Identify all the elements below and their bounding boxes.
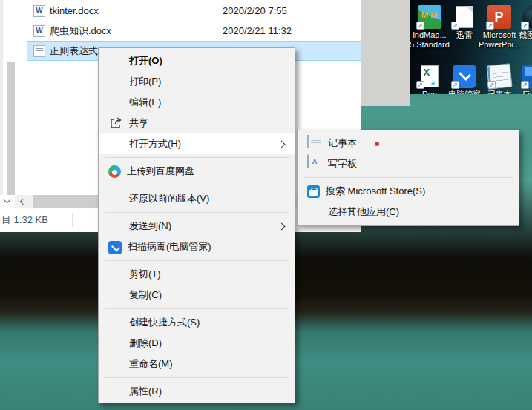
notepad-icon <box>486 63 512 89</box>
text-file-icon <box>33 45 45 57</box>
notepad-icon <box>307 135 309 148</box>
submenu-arrow-icon <box>278 140 286 148</box>
microsoft-store-icon <box>307 185 320 198</box>
menu-item-rename[interactable]: 重命名(M) <box>99 354 295 374</box>
menu-separator <box>105 157 289 158</box>
menu-separator <box>105 308 289 309</box>
red-dot-annotation <box>375 142 379 146</box>
menu-separator <box>304 177 513 178</box>
desktop-wallpaper: { "explorer": { "files": [ { "name": "tk… <box>0 0 532 410</box>
file-row[interactable]: 爬虫知识.docx 2020/2/21 11:32 <box>27 21 361 41</box>
desktop-icon-xunlei[interactable]: 迅雷 <box>447 3 482 62</box>
vertical-scrollbar-thumb[interactable] <box>7 62 15 195</box>
menu-separator <box>105 212 289 213</box>
file-name: 爬虫知识.docx <box>50 24 111 38</box>
menu-item-share[interactable]: 共享 <box>99 113 295 133</box>
submenu-item-choose-other[interactable]: 选择其他应用(C) <box>298 202 519 222</box>
wordpad-icon <box>307 154 309 168</box>
powerpoint-icon <box>487 5 511 29</box>
desktop-icon-label: Firef... <box>513 90 532 94</box>
desktop-icons-area: indMap... 5 Standard 迅雷 Microsoft PowerP… <box>410 0 532 94</box>
status-separator <box>72 213 73 227</box>
navigation-pane <box>0 0 15 195</box>
menu-item-open[interactable]: 打开(O) <box>99 50 295 71</box>
desktop-icon-mindmap[interactable]: indMap... 5 Standard <box>412 3 447 62</box>
shortcut-arrow-icon <box>521 81 529 89</box>
status-size-text: 目 1.32 KB <box>1 214 48 227</box>
shortcut-arrow-icon <box>416 81 424 89</box>
menu-item-edit[interactable]: 编辑(E) <box>99 92 295 113</box>
word-document-icon <box>33 25 45 37</box>
menu-item-properties[interactable]: 属性(R) <box>99 381 295 402</box>
menu-item-create-shortcut[interactable]: 创建快捷方式(S) <box>99 312 295 333</box>
menu-separator <box>105 260 289 261</box>
desktop-icon-label: 截图工... <box>513 30 532 40</box>
open-with-submenu: 记事本 写字板 搜索 Microsoft Store(S) 选择其他应用(C) <box>297 130 519 226</box>
desktop-icon-firefox[interactable]: Firef... <box>516 62 532 94</box>
menu-separator <box>105 185 289 185</box>
menu-item-delete[interactable]: 删除(D) <box>99 333 295 354</box>
menu-item-send-to[interactable]: 发送到(N) <box>99 216 295 237</box>
menu-item-scan-virus[interactable]: 扫描病毒(电脑管家) <box>99 237 295 257</box>
menu-item-copy[interactable]: 复制(C) <box>99 285 295 305</box>
desktop-icon-run[interactable]: Run <box>412 62 447 94</box>
file-date-modified: 2020/2/20 7:55 <box>223 5 287 16</box>
snipping-tool-icon <box>522 5 532 29</box>
shortcut-arrow-icon <box>451 81 459 89</box>
file-name: tkinter.docx <box>50 5 99 16</box>
desktop-icon-pc-manager[interactable]: 电脑管家 <box>447 62 482 94</box>
shortcut-arrow-icon <box>416 22 424 30</box>
desktop-icon-notepad[interactable]: 记事本 <box>482 62 516 94</box>
menu-item-open-with[interactable]: 打开方式(H) <box>99 133 295 154</box>
background-window <box>361 0 410 106</box>
pc-manager-shield-icon <box>108 241 122 254</box>
shortcut-arrow-icon <box>486 22 494 30</box>
desktop-icon-powerpoint[interactable]: Microsoft PowerPoi... <box>482 3 516 62</box>
submenu-item-search-store[interactable]: 搜索 Microsoft Store(S) <box>298 181 519 202</box>
desktop-icon-grid: indMap... 5 Standard 迅雷 Microsoft PowerP… <box>412 3 532 94</box>
scroll-left-arrow-icon[interactable] <box>18 196 28 206</box>
baidu-netdisk-icon <box>108 165 121 178</box>
menu-item-upload-baidu[interactable]: 上传到百度网盘 <box>99 161 295 182</box>
share-icon <box>108 116 123 130</box>
menu-item-print[interactable]: 打印(P) <box>99 71 295 92</box>
shortcut-arrow-icon <box>521 22 529 30</box>
menu-separator <box>105 377 289 378</box>
file-row[interactable]: tkinter.docx 2020/2/20 7:55 <box>27 1 361 21</box>
word-document-icon <box>33 5 45 17</box>
pc-manager-shield-icon <box>453 65 476 88</box>
shortcut-arrow-icon <box>451 22 459 30</box>
mindmap-cube-icon <box>418 5 441 29</box>
submenu-item-wordpad[interactable]: 写字板 <box>298 153 519 174</box>
file-date-modified: 2020/2/21 11:32 <box>223 25 292 36</box>
firefox-icon <box>522 65 532 88</box>
desktop-icon-snipping-tool[interactable]: 截图工... <box>516 3 532 62</box>
menu-item-restore-versions[interactable]: 还原以前的版本(V) <box>99 188 295 209</box>
menu-item-cut[interactable]: 剪切(T) <box>99 264 295 285</box>
submenu-item-notepad[interactable]: 记事本 <box>298 133 519 153</box>
submenu-arrow-icon <box>278 222 286 230</box>
chevron-down-icon[interactable] <box>4 197 10 203</box>
context-menu: 打开(O) 打印(P) 编辑(E) 共享 打开方式(H) 上传到百度网盘 还原以… <box>98 47 295 403</box>
shortcut-arrow-icon <box>487 81 496 90</box>
